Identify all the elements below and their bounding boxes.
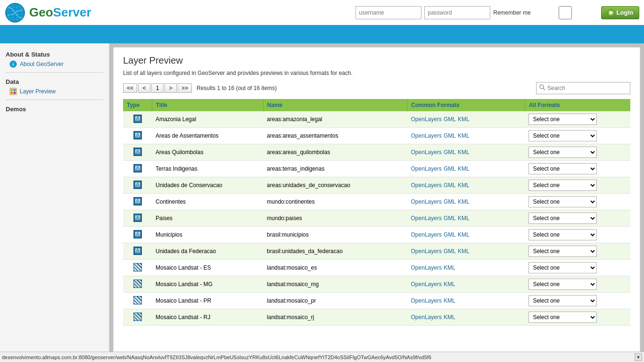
all-formats-select[interactable]: Select one bbox=[528, 312, 597, 323]
kml-link[interactable]: KML bbox=[444, 314, 455, 321]
globe-icon bbox=[5, 2, 25, 23]
gml-link[interactable]: GML bbox=[444, 132, 456, 139]
kml-link[interactable]: KML bbox=[444, 264, 455, 271]
cell-title: Mosaico Landsat - MG bbox=[152, 276, 263, 293]
username-input[interactable] bbox=[355, 6, 421, 19]
vector-icon bbox=[133, 197, 142, 206]
openlayers-link[interactable]: OpenLayers bbox=[411, 149, 442, 156]
current-page-button[interactable]: 1 bbox=[151, 83, 164, 93]
col-header-type: Type bbox=[123, 99, 152, 111]
openlayers-link[interactable]: OpenLayers bbox=[411, 198, 442, 205]
vector-icon bbox=[133, 181, 142, 189]
kml-link[interactable]: KML bbox=[458, 198, 470, 205]
all-formats-select[interactable]: Select one bbox=[528, 295, 597, 306]
demos-section: Demos bbox=[0, 103, 109, 114]
openlayers-link[interactable]: OpenLayers bbox=[411, 116, 442, 123]
gml-link[interactable]: GML bbox=[444, 198, 456, 205]
all-formats-select[interactable]: Select one bbox=[528, 196, 597, 207]
cell-all-formats: Select one bbox=[525, 210, 630, 227]
svg-text:i: i bbox=[13, 62, 14, 67]
all-formats-select[interactable]: Select one bbox=[528, 180, 597, 191]
cell-name: areas:unidades_de_conservacao bbox=[263, 177, 407, 194]
remember-checkbox[interactable] bbox=[532, 6, 598, 19]
openlayers-link[interactable]: OpenLayers bbox=[411, 248, 442, 255]
kml-link[interactable]: KML bbox=[458, 215, 470, 222]
openlayers-link[interactable]: OpenLayers bbox=[411, 132, 442, 139]
kml-link[interactable]: KML bbox=[458, 248, 470, 255]
cell-common-formats: OpenLayersGMLKML bbox=[407, 210, 525, 227]
first-page-button[interactable]: << bbox=[123, 83, 137, 93]
all-formats-select[interactable]: Select one bbox=[528, 130, 597, 141]
all-formats-select[interactable]: Select one bbox=[528, 279, 597, 290]
cell-type bbox=[123, 243, 152, 260]
all-formats-select[interactable]: Select one bbox=[528, 262, 597, 273]
all-formats-select[interactable]: Select one bbox=[528, 213, 597, 224]
pagination: << < 1 > >> Results 1 to 16 (out of 16 i… bbox=[123, 83, 277, 93]
openlayers-link[interactable]: OpenLayers bbox=[411, 264, 442, 271]
remember-me-label: Remember me bbox=[493, 6, 598, 19]
all-formats-select[interactable]: Select one bbox=[528, 229, 597, 240]
prev-page-button[interactable]: < bbox=[138, 83, 150, 93]
cell-title: Areas Quilombolas bbox=[152, 144, 263, 161]
cell-name: brasil:unidades_da_federacao bbox=[263, 243, 407, 260]
openlayers-link[interactable]: OpenLayers bbox=[411, 231, 442, 238]
page-description: List of all layers configured in GeoServ… bbox=[123, 70, 630, 76]
gml-link[interactable]: GML bbox=[444, 116, 456, 123]
search-input[interactable] bbox=[547, 85, 627, 91]
next-page-button[interactable]: > bbox=[165, 83, 177, 93]
status-bar-text: desenvolvimento.allmaps.com.br:8080/geos… bbox=[2, 354, 635, 360]
col-header-name: Name bbox=[263, 99, 407, 111]
openlayers-link[interactable]: OpenLayers bbox=[411, 182, 442, 189]
last-page-button[interactable]: >> bbox=[178, 83, 192, 93]
cell-all-formats: Select one bbox=[525, 161, 630, 177]
gml-link[interactable]: GML bbox=[444, 215, 456, 222]
all-formats-select[interactable]: Select one bbox=[528, 114, 597, 125]
cell-common-formats: OpenLayersGMLKML bbox=[407, 177, 525, 194]
gml-link[interactable]: GML bbox=[444, 231, 456, 238]
sidebar-item-layer-preview[interactable]: Layer Preview bbox=[0, 86, 109, 97]
col-header-title: Title bbox=[152, 99, 263, 111]
svg-rect-12 bbox=[14, 89, 16, 91]
password-input[interactable] bbox=[424, 6, 490, 19]
cell-all-formats: Select one bbox=[525, 144, 630, 161]
cell-type bbox=[123, 128, 152, 144]
gml-link[interactable]: GML bbox=[444, 182, 456, 189]
status-scroll-button[interactable]: ▼ bbox=[635, 354, 642, 361]
about-status-section: About & Status bbox=[0, 48, 109, 59]
kml-link[interactable]: KML bbox=[458, 231, 470, 238]
kml-link[interactable]: KML bbox=[458, 149, 470, 156]
logo-text: GeoServer bbox=[29, 5, 91, 20]
cell-type bbox=[123, 210, 152, 227]
cell-type bbox=[123, 309, 152, 326]
cell-common-formats: OpenLayersGMLKML bbox=[407, 227, 525, 243]
cell-title: Mosaico Landsat - PR bbox=[152, 293, 263, 309]
kml-link[interactable]: KML bbox=[458, 165, 470, 172]
kml-link[interactable]: KML bbox=[458, 116, 470, 123]
openlayers-link[interactable]: OpenLayers bbox=[411, 215, 442, 222]
search-icon bbox=[539, 84, 545, 92]
kml-link[interactable]: KML bbox=[458, 132, 470, 139]
openlayers-link[interactable]: OpenLayers bbox=[411, 314, 442, 321]
gml-link[interactable]: GML bbox=[444, 149, 456, 156]
openlayers-link[interactable]: OpenLayers bbox=[411, 165, 442, 172]
all-formats-select[interactable]: Select one bbox=[528, 163, 597, 174]
openlayers-link[interactable]: OpenLayers bbox=[411, 297, 442, 304]
kml-link[interactable]: KML bbox=[444, 297, 455, 304]
table-header: Type Title Name Common Formats All Forma… bbox=[123, 99, 630, 111]
cell-title: Terras Indigenas bbox=[152, 161, 263, 177]
kml-link[interactable]: KML bbox=[458, 182, 470, 189]
all-formats-select[interactable]: Select one bbox=[528, 147, 597, 158]
openlayers-link[interactable]: OpenLayers bbox=[411, 281, 442, 288]
gml-link[interactable]: GML bbox=[444, 165, 456, 172]
cell-type bbox=[123, 161, 152, 177]
all-formats-select[interactable]: Select one bbox=[528, 246, 597, 257]
kml-link[interactable]: KML bbox=[444, 281, 455, 288]
raster-icon bbox=[133, 313, 142, 321]
vector-icon bbox=[133, 115, 142, 123]
sidebar-item-about[interactable]: i About GeoServer bbox=[0, 59, 109, 69]
login-button[interactable]: Login bbox=[601, 6, 639, 19]
cell-all-formats: Select one bbox=[525, 177, 630, 194]
gml-link[interactable]: GML bbox=[444, 248, 456, 255]
svg-line-16 bbox=[543, 88, 545, 90]
cell-title: Paises bbox=[152, 210, 263, 227]
